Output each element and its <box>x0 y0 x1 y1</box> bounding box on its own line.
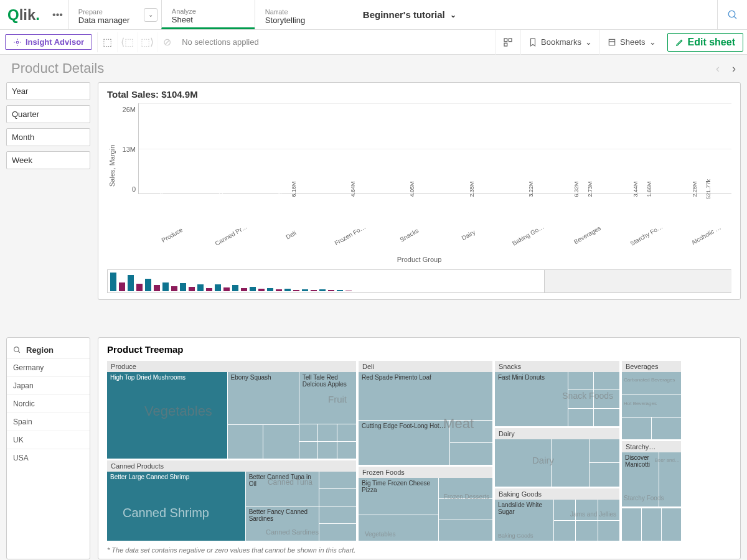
y-axis: 26M 13M 0 <box>117 106 138 193</box>
tab-analyze-small: Analyze <box>172 7 245 15</box>
tab-prepare[interactable]: Prepare Data manager ⌄ <box>68 0 161 29</box>
treemap-title: Product Treemap <box>107 344 731 355</box>
svg-point-2 <box>16 41 19 44</box>
tm-cell[interactable]: Cutting Edge Foot-Long Hot… <box>359 421 449 465</box>
insight-advisor-button[interactable]: Insight Advisor <box>5 34 92 50</box>
tab-prepare-small: Prepare <box>78 8 151 16</box>
sheet-header: Product Details ‹ › <box>0 55 747 82</box>
tab-narrate[interactable]: Narrate Storytelling <box>255 0 348 29</box>
region-item[interactable]: Nordic <box>7 394 90 413</box>
next-sheet-icon[interactable]: › <box>732 62 736 75</box>
tm-cell[interactable]: Better Fancy Canned Sardines <box>246 506 319 541</box>
tab-narrate-small: Narrate <box>265 8 338 16</box>
smart-select-icon[interactable]: ⬚ <box>97 32 117 52</box>
app-title[interactable]: Beginner's tutorial ⌄ <box>348 0 717 29</box>
tm-hdr-starchy: Starchy… <box>622 441 681 452</box>
tm-cell[interactable]: Fast Mini Donuts <box>495 372 568 426</box>
top-nav: Qlik. ••• Prepare Data manager ⌄ Analyze… <box>0 0 747 30</box>
tm-hdr-snacks: Snacks <box>495 361 619 372</box>
region-item[interactable]: Spain <box>7 413 90 431</box>
filter-week[interactable]: Week <box>6 151 90 169</box>
tm-hdr-beverages: Beverages <box>622 361 681 372</box>
x-labels: ProduceCanned Pr…DeliFrozen Fo…SnacksDai… <box>138 228 731 240</box>
sheets-button[interactable]: Sheets ⌄ <box>599 30 663 55</box>
logo: Qlik. <box>0 0 47 29</box>
search-icon[interactable] <box>717 0 747 29</box>
chart-plot[interactable]: 24.16M9.45M20.52M7.72M14.63M6.16M9.49M4.… <box>138 103 731 194</box>
treemap-footnote: * The data set contains negative or zero… <box>107 546 731 554</box>
sheets-label: Sheets <box>620 37 645 47</box>
tm-hdr-baking: Baking Goods <box>495 488 619 500</box>
region-item[interactable]: UK <box>7 431 90 449</box>
svg-point-8 <box>14 347 19 352</box>
chart-title: Total Sales: $104.9M <box>107 89 731 100</box>
tm-cell[interactable]: Landslide White Sugar <box>495 500 553 541</box>
svg-rect-6 <box>609 39 614 45</box>
toolbar: Insight Advisor ⬚ ⟨⬚ ⬚⟩ ⊘ No selections … <box>0 30 747 55</box>
tab-narrate-big: Storytelling <box>265 16 338 25</box>
chart-minimap[interactable] <box>107 269 731 293</box>
svg-rect-5 <box>504 43 507 46</box>
assets-icon[interactable] <box>495 30 520 55</box>
chevron-down-icon: ⌄ <box>649 37 656 47</box>
tm-cell[interactable]: Tell Tale Red Delcious Apples <box>299 372 356 424</box>
content: Year Quarter Month Week Total Sales: $10… <box>0 82 747 300</box>
tm-cell[interactable]: Red Spade Pimento Loaf <box>359 372 492 420</box>
insight-advisor-label: Insight Advisor <box>26 37 84 47</box>
chevron-down-icon: ⌄ <box>450 11 456 19</box>
bookmarks-button[interactable]: Bookmarks ⌄ <box>520 30 599 55</box>
tm-hdr-dairy: Dairy <box>495 428 619 439</box>
clear-selections-icon[interactable]: ⊘ <box>157 32 177 52</box>
tm-hdr-canned: Canned Products <box>107 460 356 472</box>
sheet-title: Product Details <box>11 60 716 77</box>
no-selections-text: No selections applied <box>177 37 259 47</box>
bar-chart-card[interactable]: Total Sales: $104.9M Sales, Margin 26M 1… <box>98 82 741 300</box>
more-icon[interactable]: ••• <box>47 0 68 29</box>
filter-year[interactable]: Year <box>6 82 90 100</box>
region-item[interactable]: USA <box>7 449 90 467</box>
x-axis-label: Product Group <box>107 256 731 263</box>
region-filter: Region GermanyJapanNordicSpainUKUSA <box>6 337 90 559</box>
tm-cell[interactable]: Better Large Canned Shrimp <box>107 472 245 541</box>
svg-rect-3 <box>504 39 507 42</box>
y-axis-label: Sales, Margin <box>107 103 117 228</box>
filter-quarter[interactable]: Quarter <box>6 105 90 123</box>
tab-prepare-big: Data manager <box>78 16 151 25</box>
region-item[interactable]: Germany <box>7 358 90 376</box>
tm-hdr-frozen: Frozen Foods <box>359 467 492 478</box>
tm-cell[interactable]: Discover Manicotti <box>622 452 659 506</box>
treemap-card[interactable]: Product Treemap Produce High Top Dried M… <box>98 337 741 559</box>
step-forward-icon[interactable]: ⬚⟩ <box>137 32 157 52</box>
app-title-text: Beginner's tutorial <box>363 9 445 20</box>
tab-analyze-big: Sheet <box>172 15 245 24</box>
tm-hdr-produce: Produce <box>107 361 356 372</box>
chevron-down-icon[interactable]: ⌄ <box>144 8 157 22</box>
svg-line-1 <box>734 16 736 19</box>
edit-sheet-button[interactable]: Edit sheet <box>667 33 743 52</box>
svg-line-9 <box>18 351 20 353</box>
tm-cell[interactable]: Ebony Squash <box>228 372 299 424</box>
lower-row: Region GermanyJapanNordicSpainUKUSA Prod… <box>0 337 747 559</box>
svg-rect-4 <box>509 39 512 42</box>
svg-point-0 <box>728 11 735 17</box>
filter-month[interactable]: Month <box>6 128 90 146</box>
edit-sheet-label: Edit sheet <box>688 37 735 48</box>
tm-cell[interactable]: Big Time Frozen Cheese Pizza <box>359 478 438 515</box>
tm-cell[interactable]: High Top Dried Mushrooms <box>107 372 227 459</box>
chevron-down-icon: ⌄ <box>585 37 592 47</box>
region-header[interactable]: Region <box>7 342 90 358</box>
prev-sheet-icon[interactable]: ‹ <box>716 62 720 75</box>
tab-analyze[interactable]: Analyze Sheet <box>161 0 255 29</box>
filter-column: Year Quarter Month Week <box>6 82 90 300</box>
treemap[interactable]: Produce High Top Dried Mushrooms Ebony S… <box>107 361 731 541</box>
region-item[interactable]: Japan <box>7 376 90 394</box>
step-back-icon[interactable]: ⟨⬚ <box>117 32 137 52</box>
tm-hdr-deli: Deli <box>359 361 492 372</box>
tm-cell[interactable]: Better Canned Tuna in Oil <box>246 472 319 506</box>
region-label: Region <box>26 345 54 355</box>
bookmarks-label: Bookmarks <box>541 37 581 47</box>
